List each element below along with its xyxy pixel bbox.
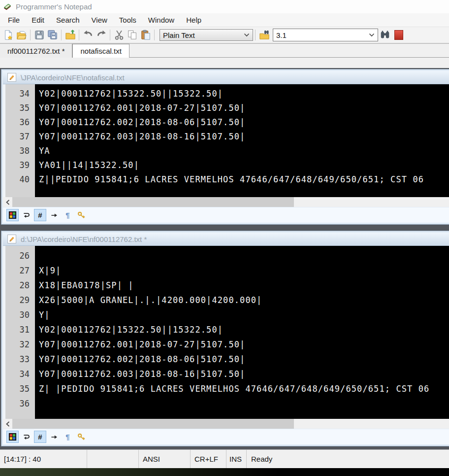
line-number-gutter: 34353637383940	[5, 84, 35, 197]
tab-notafiscal[interactable]: notafiscal.txt	[72, 44, 129, 58]
code-editor[interactable]: Y02|000112762|15322.50||15322.50|Y07|000…	[35, 84, 449, 197]
copy-button[interactable]	[126, 29, 139, 41]
save-button[interactable]	[32, 29, 46, 41]
chevron-down-icon	[244, 33, 250, 37]
code-line: Z||PEDIDO 915841;6 LACRES VERMELHOS 4764…	[39, 172, 449, 187]
clipped-toolbar-button[interactable]	[394, 30, 403, 40]
find-in-files-button[interactable]	[257, 29, 271, 41]
scheme-colors-button[interactable]	[6, 209, 19, 221]
menu-view[interactable]: View	[86, 14, 113, 26]
line-number: 28	[5, 278, 35, 293]
paste-button[interactable]	[139, 29, 152, 41]
tab-label: nf000112762.txt *	[7, 47, 64, 55]
line-number: 26	[5, 248, 35, 263]
scroll-left-icon[interactable]	[3, 197, 12, 207]
new-document-button[interactable]	[1, 29, 15, 41]
line-number: 30	[5, 307, 35, 322]
title-bar: Programmer's Notepad	[0, 0, 449, 13]
editor-content: 34353637383940 Y02|000112762|15322.50||1…	[3, 84, 449, 197]
paragraph-marks-button[interactable]: ¶	[62, 431, 74, 443]
code-line: Y07|000112762.002|2018-08-06|5107.50|	[39, 352, 449, 367]
cut-button[interactable]	[112, 29, 126, 41]
line-number: 32	[5, 337, 35, 352]
line-number: 29	[5, 293, 35, 307]
tabs-row: nf000112762.txt * notafiscal.txt	[0, 44, 449, 58]
undo-button[interactable]	[81, 29, 95, 41]
write-protect-button[interactable]	[75, 431, 88, 443]
open-file-button[interactable]	[15, 29, 28, 41]
app-icon	[3, 2, 12, 11]
toolbar-separator	[79, 30, 79, 40]
open-project-button[interactable]	[64, 29, 77, 41]
code-line: X18|EBA0178|SP| |	[39, 278, 449, 293]
word-wrap-button[interactable]	[20, 431, 32, 443]
find-combobox[interactable]: 3.1	[273, 29, 378, 41]
line-number: 38	[5, 144, 35, 158]
edit-pencil-icon	[7, 235, 16, 243]
whitespace-button[interactable]	[48, 431, 60, 443]
chevron-down-icon	[369, 33, 375, 37]
main-toolbar: Plain Text 3.1	[0, 27, 449, 43]
encoding-indicator: ANSI	[139, 450, 191, 468]
pane-title: \JPA\cordeiro\NFE\notafiscal.txt	[21, 73, 125, 82]
toolbar-separator	[154, 30, 155, 40]
menu-tools[interactable]: Tools	[113, 14, 142, 26]
code-line	[39, 248, 449, 263]
code-line: Y07|000112762.003|2018-08-16|5107.50|	[39, 130, 449, 144]
code-line	[39, 396, 449, 411]
scrollbar-thumb[interactable]	[12, 197, 294, 207]
code-editor[interactable]: X|9|X18|EBA0178|SP| |X26|5000|A GRANEL|.…	[35, 246, 449, 419]
find-button[interactable]	[378, 29, 391, 41]
toolbar-separator	[61, 30, 62, 40]
line-numbers-button[interactable]: #	[34, 209, 46, 221]
scheme-colors-button[interactable]	[6, 431, 19, 443]
line-number: 34	[5, 87, 35, 101]
write-protect-button[interactable]	[75, 209, 88, 221]
code-line: Z| |PEDIDO 915841;6 LACRES VERMELHOS 476…	[39, 381, 449, 396]
code-line: Y07|000112762.001|2018-07-27|5107.50|	[39, 101, 449, 115]
insert-mode-indicator: INS	[226, 450, 247, 468]
status-blank-cell	[87, 450, 139, 468]
pane-caption[interactable]: d:\JPA\cordeiro\NFE\nf000112762.txt *	[3, 233, 449, 246]
status-message: Ready	[247, 450, 449, 468]
paragraph-marks-button[interactable]: ¶	[62, 209, 74, 221]
scheme-select[interactable]: Plain Text	[160, 29, 253, 41]
line-number: 34	[5, 367, 35, 381]
status-bar: [14:17] : 40 ANSI CR+LF INS Ready	[0, 449, 449, 468]
whitespace-button[interactable]	[48, 209, 60, 221]
code-line: Y|	[39, 307, 449, 322]
menu-window[interactable]: Window	[142, 14, 180, 26]
line-number: 27	[5, 263, 35, 278]
code-line: YA01||14|15322.50|	[39, 158, 449, 172]
programmers-notepad-window: Programmer's Notepad File Edit Search Vi…	[0, 0, 449, 476]
line-number: 36	[5, 115, 35, 130]
menu-file[interactable]: File	[2, 14, 26, 26]
line-number-gutter: 2627282930313233343536	[5, 246, 35, 419]
toolbar-separator	[110, 30, 110, 40]
menu-search[interactable]: Search	[50, 14, 86, 26]
horizontal-scrollbar[interactable]	[3, 419, 449, 429]
code-line: YA	[39, 144, 449, 158]
redo-button[interactable]	[95, 29, 108, 41]
toolbar-separator	[30, 30, 31, 40]
scrollbar-thumb[interactable]	[12, 419, 294, 429]
pane-caption[interactable]: \JPA\cordeiro\NFE\notafiscal.txt	[3, 71, 449, 84]
menu-edit[interactable]: Edit	[26, 14, 50, 26]
desktop-background-strip	[0, 468, 449, 476]
code-line: Y02|000112762|15322.50||15322.50|	[39, 322, 449, 337]
tab-nf000112762[interactable]: nf000112762.txt *	[0, 44, 72, 58]
line-number: 39	[5, 158, 35, 172]
line-ending-indicator: CR+LF	[191, 450, 226, 468]
line-numbers-button[interactable]: #	[34, 431, 46, 443]
line-number: 40	[5, 172, 35, 187]
menu-help[interactable]: Help	[180, 14, 207, 26]
horizontal-scrollbar[interactable]	[3, 197, 449, 207]
mdi-workspace: \JPA\cordeiro\NFE\notafiscal.txt 3435363…	[0, 68, 449, 449]
edit-pencil-icon	[7, 73, 16, 82]
scroll-left-icon[interactable]	[3, 419, 12, 429]
line-number: 35	[5, 381, 35, 396]
word-wrap-button[interactable]	[20, 209, 32, 221]
save-all-button[interactable]	[46, 29, 59, 41]
code-line: Y07|000112762.001|2018-07-27|5107.50|	[39, 337, 449, 352]
tab-strip: nf000112762.txt * notafiscal.txt	[0, 43, 449, 68]
